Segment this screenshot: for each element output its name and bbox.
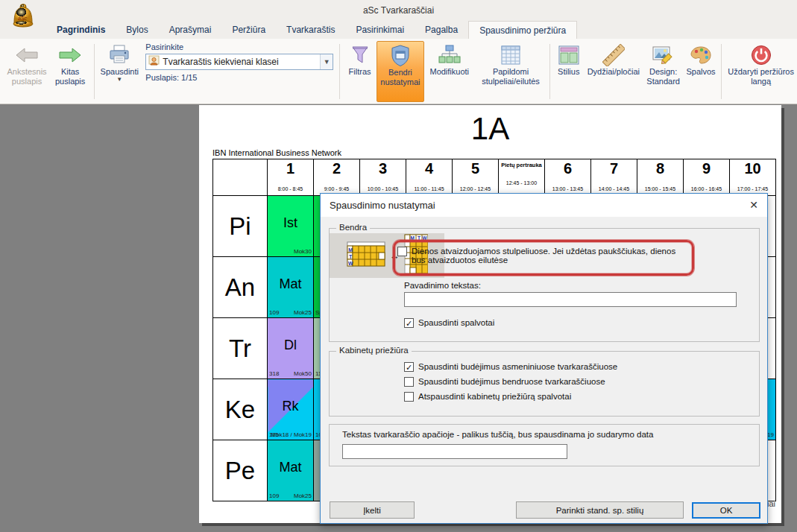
arrow-left-icon [14, 43, 40, 67]
bendra-group-label: Bendra [336, 223, 370, 232]
tt-day-label: Tr [213, 318, 268, 379]
kabinetu-checkbox-label: Spausdinti budėjimus bendruose tvarkaraš… [418, 377, 605, 386]
printer-icon [108, 43, 130, 67]
tab-pagalba[interactable]: Pagalba [415, 21, 468, 39]
footer-text-label: Tekstas tvarkaraščio apačioje - palikus … [342, 430, 745, 439]
tt-day-label: Ke [213, 379, 268, 440]
tt-lesson-cell: Mat109Mok25 [268, 440, 314, 501]
choose-standard-style-button[interactable]: Parinkti stand. sp. stilių [516, 501, 684, 519]
tt-day-label: Pe [213, 440, 268, 501]
close-preview-button[interactable]: Uždaryti peržiūros langą [725, 41, 797, 102]
print-button[interactable]: Spausdinti ▼ [98, 41, 141, 102]
print-in-color-label: Spausdinti spalvotai [418, 318, 494, 327]
lesson-teacher: Mok25 [294, 493, 312, 499]
tt-lesson-cell: Mat109Mok25 [268, 257, 314, 318]
tt-column-header: 512:00 - 12:45 [453, 159, 499, 196]
lesson-teacher: 19 [767, 431, 774, 438]
close-preview-label: Uždaryti peržiūros langą [726, 67, 796, 86]
footer-text-input[interactable] [342, 444, 567, 459]
title-text-input[interactable] [404, 292, 737, 307]
lesson-teacher: Mok50 [294, 370, 312, 377]
tt-column-header: 310:00 - 10:45 [360, 159, 406, 196]
modify-button[interactable]: Modifikuoti [424, 41, 475, 102]
app-window: aSc aSc Tvarkaraščiai PagrindinisBylosAp… [0, 0, 797, 532]
tt-break-column-header: Pietų pertrauka12:45 - 13:00 [499, 159, 545, 196]
asc-bell-logo-icon[interactable]: aSc [10, 2, 36, 34]
kabinetu-checkbox[interactable]: ✓ [404, 362, 414, 372]
tab-spausdinimo-per-i-ra[interactable]: Spausdinimo peržiūra [468, 21, 577, 39]
report-type-dropdown[interactable]: Tvarkaraštis kiekvienai klasei ▼ [145, 54, 333, 70]
style-label: Stilius [558, 67, 579, 77]
tt-lesson-cell: IstMok30 [268, 196, 314, 257]
previous-page-button[interactable]: Ankstesnis puslapis [4, 41, 49, 102]
lesson-room: 109 [269, 309, 279, 316]
lesson-subject: Ist [268, 215, 313, 231]
days-as-columns-checkrow: Dienos atvaizduojamos stulpeliuose. Jei … [397, 247, 688, 265]
design-label: Design: Standard [645, 67, 682, 86]
tab-pagrindinis[interactable]: Pagrindinis [46, 21, 116, 39]
kabinetu-checkrow: ✓Spausdinti budėjimus asmeniniuose tvark… [404, 362, 617, 372]
lesson-teacher: Mok30 [294, 248, 312, 255]
extra-columns-button[interactable]: Papildomi stulpeliai/eilutės [475, 41, 547, 102]
lesson-room: 318 [269, 370, 279, 377]
kabinetu-checkbox-label: Atspausdinti kabinetų priežiūrą spalvota… [418, 392, 571, 401]
tab-bylos[interactable]: Bylos [116, 21, 158, 39]
ruler-icon [602, 43, 625, 67]
ribbon-separator [721, 44, 722, 99]
kabinetu-checkbox-label: Spausdinti budėjimus asmeniniuose tvarka… [418, 362, 617, 371]
colors-label: Spalvos [686, 67, 715, 77]
tt-header-row: 18:00 - 8:4529:00 - 9:45310:00 - 10:4541… [213, 159, 776, 196]
filter-button[interactable]: Filtras [343, 41, 377, 102]
ribbon: Ankstesnis puslapis Kitas puslapis Spaus… [0, 39, 797, 104]
dialog-close-icon[interactable]: ✕ [740, 194, 767, 217]
kabinetu-checkrow: Atspausdinti kabinetų priežiūrą spalvota… [404, 392, 617, 402]
tab-apra-ymai[interactable]: Aprašymai [159, 21, 222, 39]
style-button[interactable]: Stilius [553, 41, 584, 102]
print-in-color-checkbox[interactable]: ✓ [404, 318, 414, 328]
report-select-group: Pasirinkite Tvarkaraštis kiekvienai klas… [141, 41, 336, 102]
kabinetu-checkbox[interactable] [404, 377, 414, 387]
svg-text:T: T [349, 254, 353, 259]
colors-button[interactable]: Spalvos [684, 41, 719, 102]
select-label: Pasirinkite [145, 42, 333, 51]
sizes-widths-button[interactable]: Dydžiai/pločiai [584, 41, 643, 102]
lesson-subject: Dl [268, 338, 313, 353]
load-button[interactable]: Įkelti [330, 501, 415, 519]
next-page-label: Kitas puslapis [51, 67, 89, 86]
ok-button[interactable]: OK [692, 502, 760, 519]
ribbon-separator [339, 44, 340, 99]
kabinetu-checkrow: Spausdinti budėjimus bendruose tvarkaraš… [404, 377, 617, 387]
tab-pasirinkimai[interactable]: Pasirinkimai [345, 21, 415, 39]
filter-label: Filtras [349, 67, 371, 77]
page-indicator: Puslapis: 1/15 [145, 73, 333, 82]
kabinetu-group-label: Kabinetų priežiūra [336, 346, 412, 355]
tt-day-label: An [213, 257, 268, 318]
svg-text:aSc: aSc [18, 16, 28, 21]
tt-column-header: 916:00 - 16:45 [684, 159, 730, 196]
lesson-subject: Mat [268, 460, 313, 475]
title-bar: aSc aSc Tvarkaraščiai [0, 0, 797, 21]
palette-icon [690, 43, 712, 67]
tt-corner-cell [213, 159, 268, 196]
general-settings-button[interactable]: Bendri nustatymai [377, 41, 424, 102]
tab-per-i-ra[interactable]: Peržiūra [221, 21, 276, 39]
kabinetu-checkbox[interactable] [404, 392, 414, 402]
tab-tvarkara-tis[interactable]: Tvarkaraštis [276, 21, 345, 39]
tt-column-header: 29:00 - 9:45 [314, 159, 360, 196]
class-person-icon [148, 55, 160, 69]
picture-pencil-icon [652, 43, 675, 67]
dialog-body: Bendra M T W [321, 217, 767, 524]
dialog-title-bar[interactable]: Spausdinimo nustatymai ✕ [321, 194, 767, 217]
design-button[interactable]: Design: Standard [643, 41, 684, 102]
print-dropdown-caret-icon: ▼ [116, 77, 122, 82]
dropdown-caret-icon[interactable]: ▼ [320, 54, 333, 69]
next-page-button[interactable]: Kitas puslapis [49, 41, 91, 102]
window-title: aSc Tvarkaraščiai [0, 5, 797, 16]
tt-column-header: 18:00 - 8:45 [268, 159, 314, 196]
tt-day-label: Pi [213, 196, 268, 257]
extra-columns-label: Papildomi stulpeliai/eilutės [476, 67, 546, 86]
days-as-columns-checkbox[interactable] [397, 247, 407, 256]
layout-style-icon [558, 43, 579, 67]
lesson-teacher: Mok18 / Mok19 [271, 431, 312, 438]
svg-text:W: W [348, 261, 353, 266]
